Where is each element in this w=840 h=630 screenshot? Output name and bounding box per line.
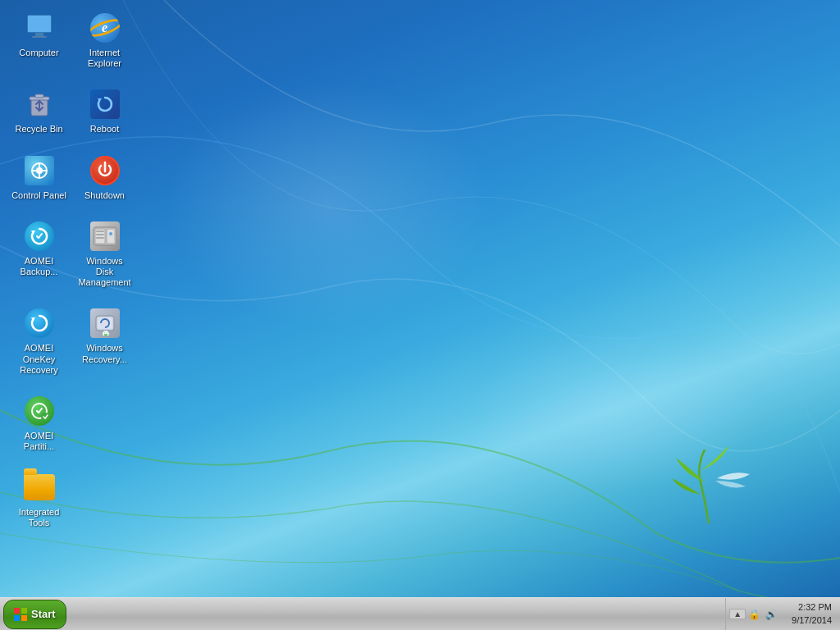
svg-point-20 <box>109 232 112 235</box>
icon-row-4: AOMEI OneKey Recovery <box>8 304 135 379</box>
recycle-bin-icon[interactable]: Recycle Bin <box>8 84 70 138</box>
reboot-icon[interactable]: Reboot <box>74 84 135 138</box>
desktop-glow2 <box>471 328 758 492</box>
svg-point-10 <box>36 167 43 174</box>
svg-rect-3 <box>32 36 47 38</box>
desktop-icons: Computer e Internet Explorer <box>8 8 135 532</box>
onekey-icon[interactable]: AOMEI OneKey Recovery <box>8 304 70 379</box>
start-label: Start <box>31 608 56 620</box>
reboot-label: Reboot <box>90 124 119 135</box>
plant-decoration <box>660 433 758 532</box>
clock-time: 2:32 PM <box>792 601 832 614</box>
clock-date: 9/17/2014 <box>792 614 832 627</box>
ie-icon[interactable]: e Internet Explorer <box>74 8 135 72</box>
svg-rect-1 <box>28 16 51 32</box>
windows-logo-icon <box>14 608 27 621</box>
recycle-bin-img <box>23 88 56 121</box>
control-panel-img <box>23 154 56 187</box>
control-panel-label: Control Panel <box>11 190 66 201</box>
aomei-backup-icon[interactable]: AOMEI Backup... <box>8 217 70 292</box>
recycle-bin-label: Recycle Bin <box>15 124 62 135</box>
icon-row-2: Control Panel Shutdown <box>8 151 135 204</box>
svg-rect-31 <box>21 608 27 614</box>
shutdown-icon-img <box>89 154 121 187</box>
winrecovery-img <box>89 307 121 340</box>
ie-icon-img: e <box>89 11 121 44</box>
winrecovery-label: Windows Recovery... <box>77 343 132 364</box>
svg-rect-2 <box>35 33 43 36</box>
icon-row-0: Computer e Internet Explorer <box>8 8 135 72</box>
network-tray-icon[interactable]: 🔒 <box>746 607 763 622</box>
computer-icon-img <box>23 11 56 44</box>
icon-row-3: AOMEI Backup... <box>8 217 135 292</box>
icon-row-6: Integrated Tools <box>8 468 135 532</box>
ie-label: Internet Explorer <box>77 48 132 69</box>
integrated-tools-img <box>23 471 56 504</box>
svg-rect-30 <box>14 608 20 614</box>
icon-row-1: Recycle Bin Reboot <box>8 84 135 138</box>
icon-row-5: AOMEI Partiti... <box>8 391 135 455</box>
start-button[interactable]: Start <box>3 600 66 629</box>
integrated-tools-icon[interactable]: Integrated Tools <box>8 468 70 532</box>
partition-icon[interactable]: AOMEI Partiti... <box>8 391 70 455</box>
svg-rect-32 <box>14 615 20 621</box>
svg-rect-22 <box>96 234 104 235</box>
svg-rect-6 <box>35 94 43 98</box>
aomei-backup-img <box>23 220 56 253</box>
volume-tray-icon[interactable]: 🔊 <box>763 607 780 622</box>
aomei-backup-label: AOMEI Backup... <box>11 256 66 277</box>
svg-rect-21 <box>96 231 104 232</box>
integrated-tools-label: Integrated Tools <box>11 507 66 528</box>
tray-expand-button[interactable]: ▲ <box>729 609 746 619</box>
svg-rect-19 <box>107 229 115 244</box>
taskbar-clock[interactable]: 2:32 PM 9/17/2014 <box>783 600 840 628</box>
disk-mgmt-icon[interactable]: Windows Disk Management <box>74 217 135 292</box>
shutdown-label: Shutdown <box>84 190 125 201</box>
computer-icon[interactable]: Computer <box>8 8 70 72</box>
partition-img <box>23 395 56 427</box>
desktop: Computer e Internet Explorer <box>0 0 840 597</box>
shutdown-icon[interactable]: Shutdown <box>74 151 135 204</box>
onekey-img <box>23 307 56 340</box>
disk-mgmt-img <box>89 220 121 253</box>
desktop-glow <box>164 82 492 328</box>
svg-point-29 <box>41 413 49 421</box>
winrecovery-icon[interactable]: Windows Recovery... <box>74 304 135 379</box>
taskbar: Start ▲ 🔒 🔊 2:32 PM 9/17/2014 <box>0 597 840 630</box>
computer-label: Computer <box>19 48 58 58</box>
partition-label: AOMEI Partiti... <box>11 431 66 452</box>
svg-rect-23 <box>96 237 104 239</box>
disk-mgmt-label: Windows Disk Management <box>77 256 132 289</box>
svg-rect-33 <box>21 615 27 621</box>
onekey-label: AOMEI OneKey Recovery <box>11 343 66 376</box>
reboot-icon-img <box>89 88 121 121</box>
control-panel-icon[interactable]: Control Panel <box>8 151 70 204</box>
taskbar-tray: ▲ 🔒 🔊 <box>725 598 783 630</box>
